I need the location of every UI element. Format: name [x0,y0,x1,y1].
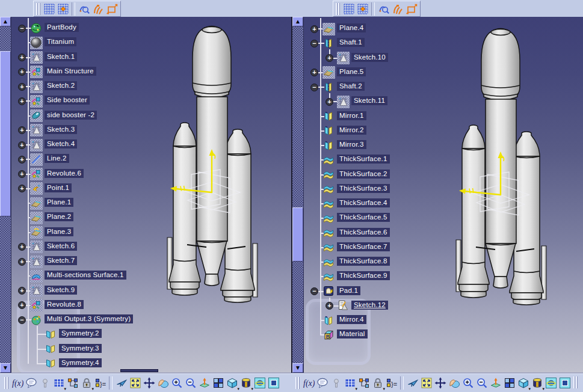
tree-item-label[interactable]: Sketch.7 [45,256,77,265]
formula-fx-button[interactable]: f(x) [301,375,315,391]
toolbar-drag-handle[interactable] [36,3,40,15]
parameters-button[interactable]: }= [384,375,398,391]
tree-item-label[interactable]: Point.1 [45,183,72,192]
scroll-up-button[interactable]: ▲ [292,17,303,26]
tree-item-label[interactable]: Sketch.3 [45,125,77,134]
tree-expand-plus[interactable]: + [18,243,26,251]
tree-expand-plus[interactable]: + [18,258,26,266]
zoom-in-button[interactable] [461,375,475,391]
sketch-solving-status-button[interactable] [377,1,390,17]
tree-expand-plus[interactable]: + [325,54,333,62]
tree-item-label[interactable]: side booster -2 [45,111,97,120]
tree-expand-plus[interactable]: + [18,301,26,309]
zoom-in-button[interactable] [170,375,184,391]
tree-item-label[interactable]: Plane.2 [45,212,73,221]
tree-item-label[interactable]: Side booster [45,96,90,105]
sketch-solving-status-button[interactable] [77,1,91,17]
tree-expand-minus[interactable]: − [310,40,318,47]
parameters-button[interactable]: }= [93,375,107,391]
swap-visible-space-button[interactable] [267,375,280,391]
tree-expand-plus[interactable]: + [18,54,26,61]
scroll-down-button[interactable]: ▼ [292,363,303,373]
tree-item-label[interactable]: Sketch.4 [45,139,77,149]
iso-view-button[interactable]: ▾ [516,375,530,391]
viewport-panel-right[interactable]: +Plane.4−Shaft.1+Sketch.10+Plane.5−Shaft… [292,17,583,373]
toolbar-drag-handle[interactable] [295,377,300,389]
tree-item-label[interactable]: Revolute.6 [45,169,84,178]
hide-show-button[interactable] [253,375,267,391]
pan-button[interactable] [433,375,447,391]
tree-item-label[interactable]: ThickSurface.7 [337,242,390,251]
design-table-button[interactable]: ▾ [52,375,66,391]
tree-item-label[interactable]: Revolute.8 [45,300,84,309]
design-table-button[interactable]: ▾ [343,375,357,391]
tree-expand-plus[interactable]: + [18,287,26,295]
tree-vertical-scrollbar[interactable]: ▲ ▼ [0,17,11,373]
render-style-button[interactable]: ▾ [530,375,544,391]
tree-expand-plus[interactable]: + [310,25,318,33]
fly-mode-button[interactable] [114,375,128,391]
tree-item-label[interactable]: Plane.1 [45,198,73,207]
tree-item-label[interactable]: Symmetry.4 [59,358,102,367]
tree-item-label[interactable]: ThickSurface.6 [337,228,390,237]
tree-item-label[interactable]: Pad.1 [337,286,360,295]
tree-item-label[interactable]: Plane.4 [337,23,366,32]
tree-expand-plus[interactable]: + [18,185,26,192]
tree-item-label[interactable]: PartBody [45,23,79,32]
tree-item-label[interactable]: Line.2 [45,154,69,163]
tree-item-label[interactable]: ThickSurface.9 [337,271,390,280]
pan-button[interactable] [142,375,156,391]
hide-show-button[interactable] [544,375,558,391]
tree-expand-plus[interactable]: + [310,69,318,76]
grid-button[interactable] [342,1,356,17]
comment-balloon-button[interactable] [315,375,329,391]
tree-expand-plus[interactable]: + [18,68,26,76]
lock-button[interactable]: ▾ [79,375,93,391]
rotate-button[interactable] [447,375,461,391]
tree-item-label[interactable]: Plane.5 [337,67,366,76]
snap-to-grid-button[interactable] [56,1,70,17]
scroll-thumb[interactable] [292,207,303,262]
tree-item-label[interactable]: Shaft.1 [337,38,365,47]
zoom-out-button[interactable] [475,375,489,391]
fly-mode-button[interactable] [406,375,419,391]
tree-expand-minus[interactable]: − [18,25,26,32]
tree-item-label[interactable]: Main Structure [45,67,96,76]
tree-item-label[interactable]: Multi Output.3 (Symmetry) [45,314,133,323]
tree-item-label[interactable]: Mirror.4 [337,315,366,324]
tree-expand-plus[interactable]: + [18,97,26,105]
viewport-panel-left[interactable]: −PartBodyTitanium+Sketch.1+Main Structur… [0,17,291,373]
animate-constraint-button[interactable] [390,1,404,17]
normal-view-button[interactable] [489,375,502,391]
tree-item-label[interactable]: Material [337,329,368,338]
knowledge-knob-button[interactable] [38,375,52,391]
tree-vertical-scrollbar[interactable]: ▲ ▼ [292,17,304,373]
tree-item-label[interactable]: Sketch.1 [45,52,77,61]
tree-item-label[interactable]: Plane.3 [45,227,73,236]
scroll-up-button[interactable]: ▲ [0,17,11,26]
tree-item-label[interactable]: Multi-sections Surface.1 [45,271,126,280]
tree-expand-plus[interactable]: + [18,126,26,134]
tree-expand-minus[interactable]: − [310,84,318,91]
scroll-down-button[interactable]: ▼ [0,363,11,373]
tree-expand-plus[interactable]: + [18,156,26,164]
edit-multi-constraint-button[interactable] [404,1,418,17]
tree-item-label[interactable]: ThickSurface.3 [337,184,390,193]
product-structure-button[interactable] [357,375,371,391]
knowledge-knob-button[interactable] [329,375,343,391]
tree-item-label[interactable]: Sketch.12 [351,301,388,310]
tree-expand-plus[interactable]: + [325,302,333,310]
scroll-thumb[interactable] [0,51,11,216]
multi-view-button[interactable] [211,375,225,391]
horizontal-scroll-thumb[interactable] [120,369,158,372]
product-structure-button[interactable] [66,375,79,391]
tree-item-label[interactable]: Titanium [45,37,76,46]
tree-expand-minus[interactable]: − [310,287,318,295]
zoom-out-button[interactable] [184,375,197,391]
swap-visible-space-button[interactable] [558,375,572,391]
tree-expand-plus[interactable]: + [18,170,26,178]
tree-item-label[interactable]: ThickSurface.1 [337,155,390,164]
tree-item-label[interactable]: ThickSurface.5 [337,213,390,222]
tree-expand-minus[interactable]: − [18,316,26,324]
tree-item-label[interactable]: Sketch.10 [351,53,388,62]
